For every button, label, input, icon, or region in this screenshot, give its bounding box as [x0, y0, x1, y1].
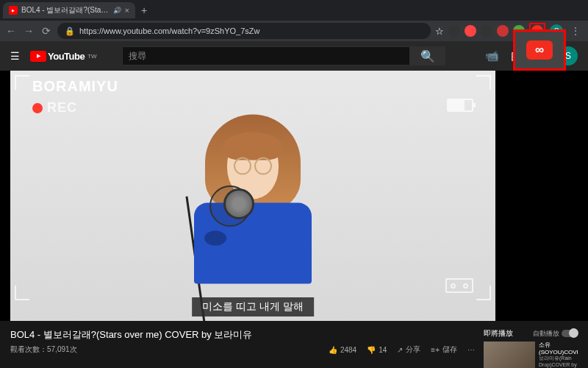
url-text: https://www.youtube.com/watch?v=9zShYO_7…	[79, 26, 259, 35]
thumb-title: 소유(SOYOU)COVER(OVAT)	[539, 342, 578, 355]
view-count: 觀看次數：57,091次	[10, 344, 318, 355]
video-caption: 미소를 띠고 내게 말해	[192, 297, 314, 316]
reload-button[interactable]: ⟳	[40, 25, 53, 37]
dislike-button[interactable]: 👎 14	[367, 346, 387, 354]
new-tab-button[interactable]: +	[135, 4, 153, 16]
menu-icon[interactable]: ☰	[10, 50, 20, 62]
region-code: TW	[87, 53, 96, 60]
forward-button[interactable]: →	[22, 25, 35, 37]
video-player[interactable]: BORAMIYU REC 미소를 띠고 내게 말해	[10, 71, 495, 321]
extension-icon-1[interactable]	[448, 25, 460, 37]
autoplay-toggle[interactable]: 自動播放	[533, 328, 578, 339]
search-input[interactable]: 搜尋	[122, 46, 410, 66]
address-bar: ← → ⟳ 🔒 https://www.youtube.com/watch?v=…	[0, 21, 588, 41]
extension-popup-icon[interactable]: ∞	[526, 40, 553, 60]
youtube-logo[interactable]: YouTube TW	[30, 51, 97, 62]
video-thumbnail	[484, 342, 535, 368]
upnext-item[interactable]: 소유(SOYOU)COVER(OVAT) 보라미유(Rain Drop)COVE…	[484, 342, 578, 368]
create-video-icon[interactable]: 📹	[485, 49, 499, 63]
browser-menu-icon[interactable]: ⋮	[567, 25, 584, 37]
like-button[interactable]: 👍 2484	[329, 346, 356, 354]
lock-icon: 🔒	[65, 26, 75, 36]
youtube-header: ☰ YouTube TW 搜尋 🔍 📹 ▦ 🔔 S	[0, 41, 588, 71]
youtube-logo-text: YouTube	[48, 51, 85, 62]
video-title: BOL4 - 별보러갈래?(Stars over me) COVER by 보라…	[10, 328, 475, 342]
audio-icon[interactable]: 🔊	[113, 7, 121, 14]
save-button[interactable]: ≡+ 儲存	[431, 344, 457, 355]
extension-icon-4[interactable]	[497, 25, 509, 37]
close-tab-icon[interactable]: ×	[125, 6, 129, 15]
more-actions-icon[interactable]: ⋯	[467, 346, 475, 354]
extension-icon-2[interactable]	[465, 25, 476, 37]
youtube-favicon	[9, 6, 18, 15]
browser-tab[interactable]: BOL4 - 별보러갈래?(Stars ov 🔊 ×	[3, 2, 135, 18]
share-button[interactable]: ↗ 分享	[397, 344, 420, 355]
bookmark-star-icon[interactable]: ☆	[435, 26, 444, 37]
url-input[interactable]: 🔒 https://www.youtube.com/watch?v=9zShYO…	[57, 23, 431, 39]
up-next-sidebar: 即將播放 自動播放 소유(SOYOU)COVER(OVAT) 보라미유(Rain…	[475, 328, 578, 368]
tab-bar: BOL4 - 별보러갈래?(Stars ov 🔊 × +	[0, 0, 588, 21]
thumb-channel: 보라미유(Rain Drop)COVER by 보	[539, 355, 578, 368]
video-info-bar: BOL4 - 별보러갈래?(Stars over me) COVER by 보라…	[0, 321, 588, 368]
extension-icon-3[interactable]	[481, 25, 492, 37]
search-button[interactable]: 🔍	[410, 46, 445, 66]
upnext-label: 即將播放	[484, 328, 513, 339]
youtube-logo-icon	[30, 51, 46, 62]
back-button[interactable]: ←	[4, 25, 18, 37]
tab-title: BOL4 - 별보러갈래?(Stars ov	[21, 5, 110, 15]
video-area: BORAMIYU REC 미소를 띠고 내게 말해	[0, 71, 588, 321]
extension-popup-highlight: ∞	[513, 29, 566, 71]
